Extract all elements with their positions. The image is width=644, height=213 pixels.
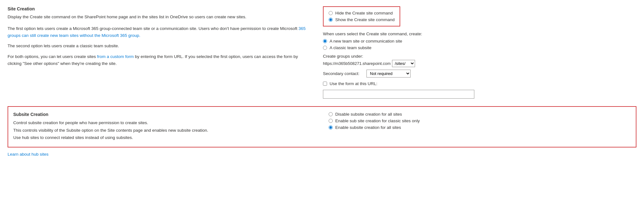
secondary-contact-label: Secondary contact: xyxy=(323,71,364,76)
hide-create-site-option[interactable]: Hide the Create site command xyxy=(329,11,395,15)
enable-classic-radio[interactable] xyxy=(329,119,333,123)
subsite-creation-body: Control subsite creation for people who … xyxy=(13,119,316,141)
subsite-creation-section: Subsite Creation Control subsite creatio… xyxy=(8,106,636,147)
para3-text1: For both options, you can let users crea… xyxy=(8,54,97,59)
para1-text1: The first option lets users create a Mic… xyxy=(8,26,299,31)
use-form-label: Use the form at this URL: xyxy=(330,81,378,86)
url-group: https://m365b508271.sharepoint.com /site… xyxy=(323,60,474,67)
classic-subsite-option[interactable]: A classic team subsite xyxy=(323,45,474,50)
site-creation-left-panel: Site Creation Display the Create site co… xyxy=(8,6,310,99)
site-creation-title: Site Creation xyxy=(8,6,310,11)
site-creation-body: The first option lets users create a Mic… xyxy=(8,25,310,67)
subsite-creation-title: Subsite Creation xyxy=(13,112,316,117)
show-create-site-radio[interactable] xyxy=(329,18,333,22)
enable-all-subsite-label: Enable subsite creation for all sites xyxy=(335,125,401,130)
disable-subsite-label: Disable subsite creation for all sites xyxy=(335,112,402,117)
when-users-label: When users select the Create site comman… xyxy=(323,32,474,36)
disable-subsite-option[interactable]: Disable subsite creation for all sites xyxy=(329,112,448,117)
classic-subsite-radio[interactable] xyxy=(323,46,327,50)
site-creation-para2: The second option lets users create a cl… xyxy=(8,43,310,49)
subsite-creation-left: Subsite Creation Control subsite creatio… xyxy=(13,112,316,142)
enable-classic-option[interactable]: Enable sub site creation for classic sit… xyxy=(329,118,448,123)
enable-all-subsite-option[interactable]: Enable subsite creation for all sites xyxy=(329,125,448,130)
subsite-desc-line1: Control subsite creation for people who … xyxy=(13,119,316,126)
site-creation-section: Site Creation Display the Create site co… xyxy=(8,6,636,104)
disable-subsite-radio[interactable] xyxy=(329,112,333,116)
use-form-checkbox-row[interactable]: Use the form at this URL: xyxy=(323,81,474,86)
custom-form-link[interactable]: from a custom form xyxy=(97,54,134,59)
new-team-site-label: A new team site or communication site xyxy=(330,39,402,43)
create-groups-label: Create groups under: xyxy=(323,54,474,59)
subsite-desc-line3: Use hub sites to connect related sites i… xyxy=(13,134,316,141)
create-site-radio-group: Hide the Create site command Show the Cr… xyxy=(329,11,395,22)
new-team-site-option[interactable]: A new team site or communication site xyxy=(323,39,474,43)
when-users-section: When users select the Create site comman… xyxy=(323,32,474,50)
learn-hub-sites-link[interactable]: Learn about hub sites xyxy=(8,152,636,157)
show-create-site-label: Show the Create site command xyxy=(335,17,395,22)
hide-create-site-label: Hide the Create site command xyxy=(335,11,393,15)
classic-subsite-label: A classic team subsite xyxy=(330,45,372,50)
use-form-checkbox[interactable] xyxy=(323,82,327,86)
create-site-command-box: Hide the Create site command Show the Cr… xyxy=(323,6,400,26)
secondary-contact-row: Secondary contact: Not required Required xyxy=(323,70,474,78)
subsite-creation-right: Disable subsite creation for all sites E… xyxy=(329,112,448,142)
site-creation-para1: The first option lets users create a Mic… xyxy=(8,25,310,39)
hide-create-site-radio[interactable] xyxy=(329,11,333,15)
subsite-desc-line2: This controls visibility of the Subsite … xyxy=(13,127,316,134)
url-base-text: https://m365b508271.sharepoint.com xyxy=(323,61,391,66)
show-create-site-option[interactable]: Show the Create site command xyxy=(329,17,395,22)
enable-all-subsite-radio[interactable] xyxy=(329,125,333,130)
site-creation-description: Display the Create site command on the S… xyxy=(8,14,310,20)
subsite-radio-group: Disable subsite creation for all sites E… xyxy=(329,112,448,130)
secondary-contact-select[interactable]: Not required Required xyxy=(366,70,411,78)
site-creation-para3: For both options, you can let users crea… xyxy=(8,53,310,67)
create-groups-section: Create groups under: https://m365b508271… xyxy=(323,54,474,67)
page-container: Site Creation Display the Create site co… xyxy=(8,6,636,157)
form-url-input[interactable] xyxy=(323,90,474,99)
create-type-radio-group: A new team site or communication site A … xyxy=(323,39,474,50)
new-team-site-radio[interactable] xyxy=(323,39,327,43)
enable-classic-label: Enable sub site creation for classic sit… xyxy=(335,118,420,123)
url-path-select[interactable]: /sites/ /teams/ / xyxy=(392,60,415,67)
site-creation-right-panel: Hide the Create site command Show the Cr… xyxy=(323,6,474,99)
use-form-section: Use the form at this URL: xyxy=(323,81,474,99)
